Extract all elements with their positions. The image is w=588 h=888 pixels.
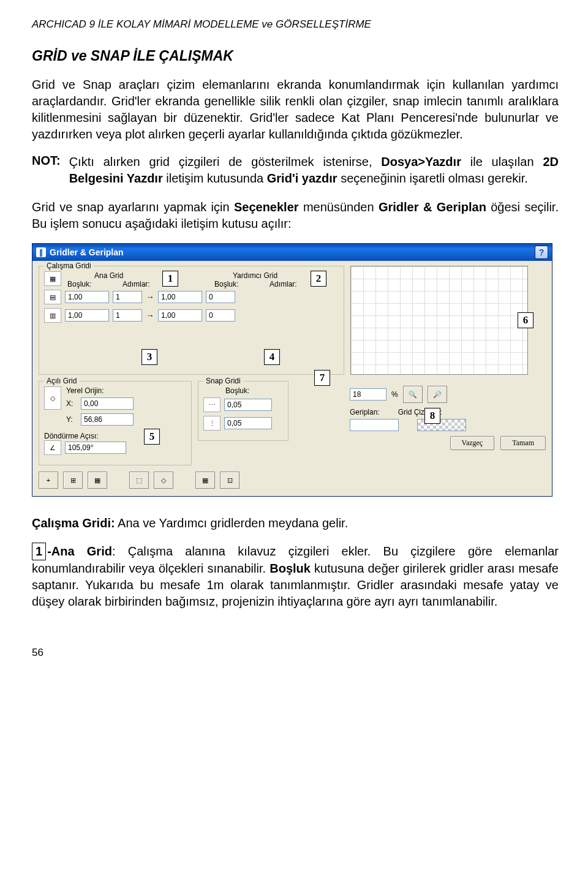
acili-grid-fieldset: Açılı Grid ◇ Yerel Orijin: X: Y: xyxy=(39,381,192,465)
acili-legend: Açılı Grid xyxy=(44,377,79,385)
callout-4: 4 xyxy=(264,349,280,365)
yardimci-label: Yardımcı Grid xyxy=(233,271,277,280)
callout-1: 1 xyxy=(162,271,178,287)
snap-icon-h[interactable]: ⋯ xyxy=(203,397,221,412)
y-label: Y: xyxy=(66,415,77,424)
callout-6: 6 xyxy=(518,312,533,328)
boxed-1: 1 xyxy=(32,543,46,560)
callout-3: 3 xyxy=(141,349,157,365)
ana-adim-v[interactable] xyxy=(113,309,142,322)
sub-section-2: 1-Ana Grid: Çalışma alanına kılavuz çizg… xyxy=(32,543,559,610)
dondurme-label: Döndürme Açısı: xyxy=(44,432,186,440)
callout-8: 8 xyxy=(424,408,440,424)
right-controls: % 🔍 🔎 Geriplan: Grid Çizgileri: Vazgeç xyxy=(350,381,546,450)
grid-icon-h[interactable]: ▦ xyxy=(44,271,61,286)
zoom-in-button[interactable]: 🔎 xyxy=(428,386,447,403)
y-input[interactable] xyxy=(81,413,134,426)
row-icon-v1[interactable]: ▥ xyxy=(44,308,61,323)
bosluk-label-2: Boşluk: xyxy=(214,280,257,288)
snap-grid-fieldset: Snap Gridi Boşluk: ⋯ ⋮ xyxy=(198,381,288,441)
percent-label: % xyxy=(391,390,398,399)
vazgec-button[interactable]: Vazgeç xyxy=(450,436,495,450)
page-number: 56 xyxy=(32,647,559,659)
titlebar: ‖ Gridler & Geriplan ? xyxy=(32,244,552,261)
calisma-gridi-fieldset: Çalışma Gridi ▦ Ana Grid Boşluk: xyxy=(39,266,344,375)
zoom-out-button[interactable]: 🔍 xyxy=(403,386,423,403)
toggle-strip: + ⊞ ▦ ⬚ ◇ ▦ ⊡ xyxy=(39,472,546,489)
snap-v-input[interactable] xyxy=(224,417,272,429)
toggle-5[interactable]: ◇ xyxy=(154,472,173,489)
acili-icon[interactable]: ◇ xyxy=(44,386,61,410)
snap-bosluk-label: Boşluk: xyxy=(225,386,283,395)
toggle-6[interactable]: ▦ xyxy=(195,472,215,489)
gridler-dialog: ‖ Gridler & Geriplan ? 1 2 3 4 5 6 7 8 Ç… xyxy=(32,243,552,497)
yard-bosluk-v[interactable] xyxy=(158,309,202,322)
preview-column xyxy=(350,266,546,375)
note-block: NOT: Çıktı alırken grid çizgileri de gös… xyxy=(32,154,559,187)
row-icon-h1[interactable]: ▤ xyxy=(44,290,61,304)
yard-adim-h[interactable] xyxy=(206,291,235,303)
yard-adim-v[interactable] xyxy=(206,309,235,322)
yard-bosluk-h[interactable] xyxy=(158,291,202,303)
dialog-title: Gridler & Geriplan xyxy=(50,247,124,257)
paragraph-2: Grid ve snap ayarlarını yapmak için Seçe… xyxy=(32,199,559,232)
angle-input[interactable] xyxy=(65,442,126,454)
callout-5: 5 xyxy=(144,429,160,445)
geriplan-label: Geriplan: xyxy=(350,408,380,416)
adimlar-label-1: Adımlar: xyxy=(123,280,150,288)
toggle-3[interactable]: ▦ xyxy=(88,472,107,489)
tamam-button[interactable]: Tamam xyxy=(500,436,546,450)
grid-preview xyxy=(350,266,528,375)
help-button[interactable]: ? xyxy=(535,246,548,259)
angle-icon[interactable]: ∠ xyxy=(44,440,61,455)
note-label: NOT: xyxy=(32,154,61,187)
ana-bosluk-h[interactable] xyxy=(65,291,109,303)
zoom-value[interactable] xyxy=(350,388,386,401)
callout-7: 7 xyxy=(314,370,330,386)
ana-bosluk-v[interactable] xyxy=(65,309,109,322)
arrow-icon-2: → xyxy=(146,310,154,320)
snap-h-input[interactable] xyxy=(224,399,272,411)
app-icon: ‖ xyxy=(36,247,46,257)
arrow-icon: → xyxy=(146,292,154,302)
bosluk-label-1: Boşluk: xyxy=(67,280,110,288)
adimlar-label-2: Adımlar: xyxy=(270,280,297,288)
note-text: Çıktı alırken grid çizgileri de gösteril… xyxy=(69,154,559,187)
ana-adim-h[interactable] xyxy=(113,291,142,303)
calisma-legend: Çalışma Gridi xyxy=(44,262,94,270)
toggle-4[interactable]: ⬚ xyxy=(129,472,149,489)
doc-header: ARCHICAD 9 İLE KOLAY MİMARİ MODELLEME ve… xyxy=(32,18,559,31)
snap-icon-v[interactable]: ⋮ xyxy=(203,416,221,431)
sub-section-1: Çalışma Gridi: Ana ve Yardımcı gridlerde… xyxy=(32,515,559,532)
yerel-orijin-label: Yerel Orijin: xyxy=(66,386,104,395)
toggle-7[interactable]: ⊡ xyxy=(220,472,239,489)
dialog-body: 1 2 3 4 5 6 7 8 Çalışma Gridi ▦ xyxy=(32,261,552,496)
toggle-2[interactable]: ⊞ xyxy=(63,472,83,489)
x-label: X: xyxy=(66,399,77,408)
section-title: GRİD ve SNAP İLE ÇALIŞMAK xyxy=(32,48,559,64)
dialog-wrapper: ‖ Gridler & Geriplan ? 1 2 3 4 5 6 7 8 Ç… xyxy=(32,243,559,497)
x-input[interactable] xyxy=(81,397,134,410)
ana-grid-label: Ana Grid xyxy=(94,271,123,280)
callout-2: 2 xyxy=(311,271,326,287)
paragraph-1: Grid ve Snap araçları çizim elemanlarını… xyxy=(32,77,559,143)
toggle-1[interactable]: + xyxy=(39,472,58,489)
snap-legend: Snap Gridi xyxy=(203,377,243,385)
geriplan-color[interactable] xyxy=(350,419,399,431)
